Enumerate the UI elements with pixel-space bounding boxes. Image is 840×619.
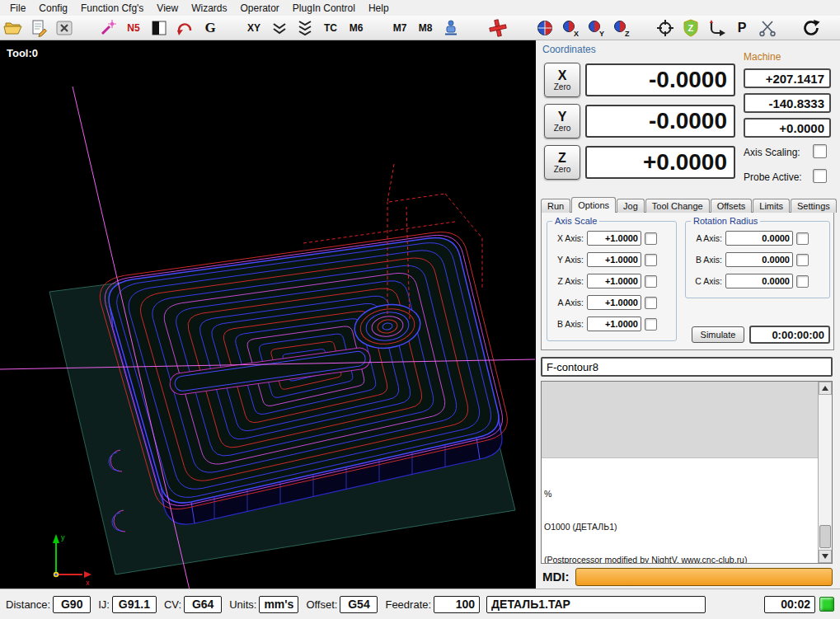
regen-toolpath-button[interactable] bbox=[174, 17, 195, 39]
zero-x-axis-button[interactable]: X bbox=[560, 17, 581, 39]
axis-letter: Z bbox=[558, 151, 566, 165]
b-axis-rotation-input[interactable] bbox=[725, 252, 793, 267]
toolpath-viewport[interactable]: Tool:0 bbox=[0, 40, 536, 589]
x-axis-scale-checkbox[interactable] bbox=[645, 232, 657, 245]
ij-mode-box[interactable]: G91.1 bbox=[112, 596, 157, 613]
tab-jog[interactable]: Jog bbox=[617, 199, 645, 213]
cnc-control-window: File Config Function Cfg's View Wizards … bbox=[0, 0, 840, 619]
shield-icon: Z bbox=[681, 18, 701, 38]
tab-settings[interactable]: Settings bbox=[791, 199, 837, 213]
gcode-line: O1000 (ДЕТАЛЬ1) bbox=[544, 522, 816, 532]
axis-letter: Y bbox=[558, 110, 567, 124]
display-mode-button[interactable] bbox=[148, 17, 170, 39]
menu-wizards[interactable]: Wizards bbox=[185, 2, 233, 15]
coolant-button[interactable] bbox=[440, 17, 462, 39]
y-dro[interactable]: -0.0000 bbox=[585, 105, 735, 138]
m7-button[interactable]: M7 bbox=[389, 17, 411, 39]
tab-run[interactable]: Run bbox=[541, 199, 570, 213]
xy-plane-button[interactable]: XY bbox=[243, 17, 265, 39]
y-axis-scale-checkbox[interactable] bbox=[645, 254, 657, 266]
lower-z-button[interactable] bbox=[269, 17, 290, 39]
zero-x-button[interactable]: X Zero bbox=[544, 63, 580, 97]
gcode-line: (Postprocessor modified by NightV. www.c… bbox=[544, 555, 816, 564]
axis-scaling-label: Axis Scaling: bbox=[744, 147, 800, 158]
probe-button[interactable] bbox=[655, 17, 676, 39]
tab-limits[interactable]: Limits bbox=[753, 199, 790, 213]
open-file-button[interactable] bbox=[2, 17, 24, 39]
distance-mode-box[interactable]: G90 bbox=[53, 596, 91, 613]
simulate-button[interactable]: Simulate bbox=[692, 326, 744, 343]
zero-z-button[interactable]: Z Zero bbox=[544, 145, 580, 180]
lower-z-fast-button[interactable] bbox=[294, 17, 316, 39]
m8-icon: M8 bbox=[419, 22, 433, 34]
zero-z-axis-button[interactable]: Z bbox=[611, 17, 632, 39]
feedrate-box[interactable]: 100 bbox=[434, 596, 480, 613]
run-from-line-button[interactable]: N5 bbox=[123, 17, 144, 39]
refresh-button[interactable] bbox=[800, 17, 822, 39]
tool-change-button[interactable]: TC bbox=[320, 17, 341, 39]
zero-y-axis-button[interactable]: Y bbox=[585, 17, 607, 39]
c-axis-rotation-checkbox[interactable] bbox=[796, 275, 809, 288]
m8-button[interactable]: M8 bbox=[415, 17, 436, 39]
letter-p-icon: P bbox=[738, 21, 747, 35]
tc-icon: TC bbox=[324, 22, 337, 34]
goto-zero-button[interactable] bbox=[534, 17, 556, 39]
units-box[interactable]: mm's bbox=[259, 596, 298, 613]
axis-scale-row: Z Axis: bbox=[549, 270, 674, 292]
a-axis-rotation-input[interactable] bbox=[725, 231, 793, 246]
b-axis-scale-input[interactable] bbox=[587, 317, 641, 331]
safe-z-button[interactable]: Z bbox=[680, 17, 702, 39]
rotate-view-button[interactable] bbox=[706, 17, 727, 39]
menu-plugin-control[interactable]: PlugIn Control bbox=[286, 2, 362, 15]
z-dro[interactable]: +0.0000 bbox=[585, 146, 735, 179]
cv-mode-box[interactable]: G64 bbox=[184, 596, 222, 613]
menu-view[interactable]: View bbox=[150, 2, 185, 15]
m6-button[interactable]: M6 bbox=[345, 17, 367, 39]
mdi-input[interactable] bbox=[575, 568, 833, 586]
probe-active-checkbox[interactable] bbox=[813, 169, 827, 183]
menu-config[interactable]: Config bbox=[32, 2, 74, 15]
edit-gcode-button[interactable] bbox=[28, 17, 49, 39]
offset-box[interactable]: G54 bbox=[340, 596, 378, 613]
y-axis-scale-input[interactable] bbox=[587, 252, 641, 267]
units-label: Units: bbox=[229, 598, 256, 611]
scrollbar-thumb[interactable] bbox=[819, 525, 831, 548]
svg-text:y: y bbox=[61, 533, 65, 542]
gcode-button[interactable]: G bbox=[199, 17, 221, 39]
x-axis-scale-input[interactable] bbox=[587, 231, 641, 246]
cut-button[interactable] bbox=[757, 17, 778, 39]
close-file-button[interactable] bbox=[54, 17, 75, 39]
axis-scale-row: A Axis: bbox=[549, 292, 674, 313]
menu-function-cfgs[interactable]: Function Cfg's bbox=[74, 2, 150, 15]
program-name-field[interactable] bbox=[541, 357, 833, 377]
cv-label: CV: bbox=[164, 598, 181, 611]
x-dro[interactable]: -0.0000 bbox=[585, 63, 735, 96]
zero-y-button[interactable]: Y Zero bbox=[544, 104, 580, 138]
tab-tool-change[interactable]: Tool Change bbox=[645, 199, 710, 213]
axis-scaling-checkbox[interactable] bbox=[813, 144, 827, 158]
machine-y-dro: -140.8333 bbox=[744, 93, 831, 113]
gcode-viewer[interactable]: % O1000 (ДЕТАЛЬ1) (Postprocessor modifie… bbox=[541, 381, 833, 564]
coordinates-title: Coordinates bbox=[542, 44, 596, 55]
svg-text:Y: Y bbox=[599, 30, 604, 38]
scissors-icon bbox=[758, 18, 777, 38]
scroll-down-arrow[interactable] bbox=[819, 550, 832, 563]
z-axis-scale-input[interactable] bbox=[587, 274, 641, 288]
gcode-scrollbar[interactable] bbox=[818, 382, 832, 563]
menu-help[interactable]: Help bbox=[362, 2, 396, 15]
menu-operator[interactable]: Operator bbox=[234, 2, 286, 15]
tab-options[interactable]: Options bbox=[571, 197, 616, 213]
a-axis-rotation-checkbox[interactable] bbox=[796, 232, 809, 245]
a-axis-scale-input[interactable] bbox=[587, 295, 641, 310]
b-axis-scale-checkbox[interactable] bbox=[645, 318, 657, 331]
c-axis-rotation-input[interactable] bbox=[725, 274, 793, 288]
wizard-button[interactable] bbox=[97, 17, 119, 39]
b-axis-rotation-checkbox[interactable] bbox=[796, 254, 809, 266]
z-axis-scale-checkbox[interactable] bbox=[645, 275, 657, 288]
tab-offsets[interactable]: Offsets bbox=[711, 199, 753, 213]
tool-position-button[interactable] bbox=[484, 17, 512, 39]
park-button[interactable]: P bbox=[731, 17, 753, 39]
scroll-up-arrow[interactable] bbox=[819, 382, 832, 395]
a-axis-scale-checkbox[interactable] bbox=[645, 297, 657, 309]
menu-file[interactable]: File bbox=[3, 2, 32, 15]
